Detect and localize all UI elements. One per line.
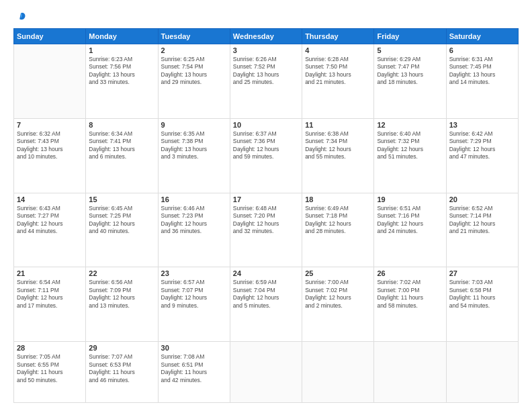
day-number: 15 <box>89 195 154 203</box>
header-saturday: Saturday <box>446 29 518 44</box>
day-number: 19 <box>377 195 443 203</box>
day-number: 24 <box>233 269 299 277</box>
day-info: Sunrise: 6:32 AM Sunset: 7:43 PM Dayligh… <box>17 130 83 161</box>
header-sunday: Sunday <box>14 29 86 44</box>
day-number: 14 <box>17 195 83 203</box>
day-info: Sunrise: 6:25 AM Sunset: 7:54 PM Dayligh… <box>161 56 227 87</box>
calendar-day-cell: 22Sunrise: 6:56 AM Sunset: 7:09 PM Dayli… <box>86 267 158 342</box>
day-info: Sunrise: 7:00 AM Sunset: 7:02 PM Dayligh… <box>305 279 371 310</box>
calendar-day-cell: 16Sunrise: 6:46 AM Sunset: 7:23 PM Dayli… <box>158 193 230 267</box>
calendar-day-cell: 3Sunrise: 6:26 AM Sunset: 7:52 PM Daylig… <box>230 44 302 119</box>
day-number: 3 <box>233 46 299 54</box>
day-number: 27 <box>449 269 515 277</box>
day-info: Sunrise: 6:49 AM Sunset: 7:18 PM Dayligh… <box>305 205 371 236</box>
day-info: Sunrise: 6:56 AM Sunset: 7:09 PM Dayligh… <box>89 279 154 310</box>
calendar-day-cell <box>446 342 518 403</box>
day-info: Sunrise: 6:54 AM Sunset: 7:11 PM Dayligh… <box>17 279 83 310</box>
calendar-day-cell: 1Sunrise: 6:23 AM Sunset: 7:56 PM Daylig… <box>86 44 158 119</box>
logo-bird-icon <box>15 11 27 23</box>
header-monday: Monday <box>86 29 158 44</box>
calendar-day-cell: 25Sunrise: 7:00 AM Sunset: 7:02 PM Dayli… <box>302 267 374 342</box>
day-number: 12 <box>377 121 443 129</box>
header-tuesday: Tuesday <box>158 29 230 44</box>
day-info: Sunrise: 6:35 AM Sunset: 7:38 PM Dayligh… <box>161 130 227 161</box>
day-info: Sunrise: 6:48 AM Sunset: 7:20 PM Dayligh… <box>233 205 299 236</box>
day-info: Sunrise: 6:57 AM Sunset: 7:07 PM Dayligh… <box>161 279 227 310</box>
day-number: 30 <box>161 344 227 352</box>
calendar-day-cell: 11Sunrise: 6:38 AM Sunset: 7:34 PM Dayli… <box>302 118 374 193</box>
calendar-day-cell: 26Sunrise: 7:02 AM Sunset: 7:00 PM Dayli… <box>374 267 446 342</box>
day-info: Sunrise: 6:52 AM Sunset: 7:14 PM Dayligh… <box>449 205 515 236</box>
calendar-day-cell: 23Sunrise: 6:57 AM Sunset: 7:07 PM Dayli… <box>158 267 230 342</box>
calendar-week-row: 28Sunrise: 7:05 AM Sunset: 6:55 PM Dayli… <box>14 342 519 403</box>
day-info: Sunrise: 7:03 AM Sunset: 6:58 PM Dayligh… <box>449 279 515 310</box>
page: Sunday Monday Tuesday Wednesday Thursday… <box>0 0 532 411</box>
day-number: 8 <box>89 121 154 129</box>
logo <box>13 11 27 23</box>
day-number: 28 <box>17 344 83 352</box>
calendar-day-cell: 8Sunrise: 6:34 AM Sunset: 7:41 PM Daylig… <box>86 118 158 193</box>
day-number: 4 <box>305 46 371 54</box>
day-info: Sunrise: 6:38 AM Sunset: 7:34 PM Dayligh… <box>305 130 371 161</box>
calendar-day-cell <box>374 342 446 403</box>
day-info: Sunrise: 6:23 AM Sunset: 7:56 PM Dayligh… <box>89 56 154 87</box>
day-number: 29 <box>89 344 154 352</box>
calendar-day-cell: 10Sunrise: 6:37 AM Sunset: 7:36 PM Dayli… <box>230 118 302 193</box>
header <box>13 11 519 23</box>
calendar-day-cell: 28Sunrise: 7:05 AM Sunset: 6:55 PM Dayli… <box>14 342 86 403</box>
calendar-day-cell: 17Sunrise: 6:48 AM Sunset: 7:20 PM Dayli… <box>230 193 302 267</box>
calendar-day-cell <box>302 342 374 403</box>
day-number: 22 <box>89 269 154 277</box>
calendar-day-cell: 30Sunrise: 7:08 AM Sunset: 6:51 PM Dayli… <box>158 342 230 403</box>
calendar-day-cell <box>14 44 86 119</box>
header-row: Sunday Monday Tuesday Wednesday Thursday… <box>14 29 519 44</box>
calendar-day-cell: 21Sunrise: 6:54 AM Sunset: 7:11 PM Dayli… <box>14 267 86 342</box>
calendar-day-cell: 5Sunrise: 6:29 AM Sunset: 7:47 PM Daylig… <box>374 44 446 119</box>
day-number: 17 <box>233 195 299 203</box>
day-info: Sunrise: 6:34 AM Sunset: 7:41 PM Dayligh… <box>89 130 154 161</box>
day-info: Sunrise: 6:29 AM Sunset: 7:47 PM Dayligh… <box>377 56 443 87</box>
day-info: Sunrise: 7:02 AM Sunset: 7:00 PM Dayligh… <box>377 279 443 310</box>
day-info: Sunrise: 6:59 AM Sunset: 7:04 PM Dayligh… <box>233 279 299 310</box>
calendar-day-cell: 20Sunrise: 6:52 AM Sunset: 7:14 PM Dayli… <box>446 193 518 267</box>
calendar-day-cell: 4Sunrise: 6:28 AM Sunset: 7:50 PM Daylig… <box>302 44 374 119</box>
day-number: 23 <box>161 269 227 277</box>
header-thursday: Thursday <box>302 29 374 44</box>
calendar-week-row: 1Sunrise: 6:23 AM Sunset: 7:56 PM Daylig… <box>14 44 519 119</box>
calendar-week-row: 7Sunrise: 6:32 AM Sunset: 7:43 PM Daylig… <box>14 118 519 193</box>
calendar-day-cell: 12Sunrise: 6:40 AM Sunset: 7:32 PM Dayli… <box>374 118 446 193</box>
day-number: 21 <box>17 269 83 277</box>
day-info: Sunrise: 7:08 AM Sunset: 6:51 PM Dayligh… <box>161 353 227 384</box>
header-wednesday: Wednesday <box>230 29 302 44</box>
day-info: Sunrise: 6:31 AM Sunset: 7:45 PM Dayligh… <box>449 56 515 87</box>
day-number: 25 <box>305 269 371 277</box>
calendar-day-cell: 9Sunrise: 6:35 AM Sunset: 7:38 PM Daylig… <box>158 118 230 193</box>
day-number: 1 <box>89 46 154 54</box>
calendar-day-cell: 6Sunrise: 6:31 AM Sunset: 7:45 PM Daylig… <box>446 44 518 119</box>
day-info: Sunrise: 6:45 AM Sunset: 7:25 PM Dayligh… <box>89 205 154 236</box>
day-number: 18 <box>305 195 371 203</box>
calendar-day-cell: 29Sunrise: 7:07 AM Sunset: 6:53 PM Dayli… <box>86 342 158 403</box>
day-info: Sunrise: 7:05 AM Sunset: 6:55 PM Dayligh… <box>17 353 83 384</box>
calendar-table: Sunday Monday Tuesday Wednesday Thursday… <box>13 28 519 403</box>
header-friday: Friday <box>374 29 446 44</box>
day-number: 9 <box>161 121 227 129</box>
day-number: 16 <box>161 195 227 203</box>
day-info: Sunrise: 6:37 AM Sunset: 7:36 PM Dayligh… <box>233 130 299 161</box>
day-number: 13 <box>449 121 515 129</box>
calendar-day-cell: 27Sunrise: 7:03 AM Sunset: 6:58 PM Dayli… <box>446 267 518 342</box>
day-info: Sunrise: 6:46 AM Sunset: 7:23 PM Dayligh… <box>161 205 227 236</box>
day-number: 7 <box>17 121 83 129</box>
day-info: Sunrise: 6:26 AM Sunset: 7:52 PM Dayligh… <box>233 56 299 87</box>
day-info: Sunrise: 7:07 AM Sunset: 6:53 PM Dayligh… <box>89 353 154 384</box>
calendar-day-cell: 15Sunrise: 6:45 AM Sunset: 7:25 PM Dayli… <box>86 193 158 267</box>
day-number: 26 <box>377 269 443 277</box>
calendar-day-cell: 24Sunrise: 6:59 AM Sunset: 7:04 PM Dayli… <box>230 267 302 342</box>
day-number: 2 <box>161 46 227 54</box>
day-number: 5 <box>377 46 443 54</box>
calendar-day-cell: 13Sunrise: 6:42 AM Sunset: 7:29 PM Dayli… <box>446 118 518 193</box>
calendar-body: 1Sunrise: 6:23 AM Sunset: 7:56 PM Daylig… <box>14 44 519 403</box>
day-info: Sunrise: 6:42 AM Sunset: 7:29 PM Dayligh… <box>449 130 515 161</box>
calendar-week-row: 21Sunrise: 6:54 AM Sunset: 7:11 PM Dayli… <box>14 267 519 342</box>
calendar-day-cell: 7Sunrise: 6:32 AM Sunset: 7:43 PM Daylig… <box>14 118 86 193</box>
